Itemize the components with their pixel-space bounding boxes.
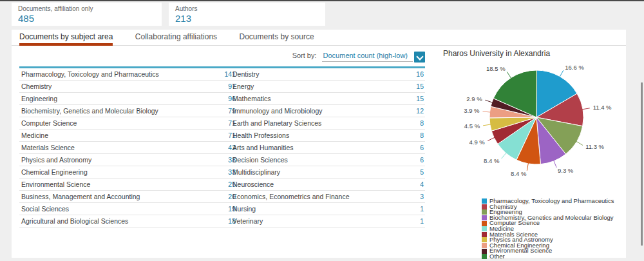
subject-name: Health Professions xyxy=(231,131,420,139)
legend-swatch xyxy=(482,198,487,204)
chevron-down-icon[interactable] xyxy=(414,52,425,63)
table-row: Nursing 1 xyxy=(231,203,425,215)
authors-summary-card: Authors 213 xyxy=(169,3,325,26)
authors-count-link[interactable]: 213 xyxy=(175,13,191,24)
subject-count-link[interactable]: 6 xyxy=(420,144,425,151)
legend-swatch xyxy=(482,254,487,259)
sort-select[interactable]: Document count (high-low) xyxy=(322,52,413,62)
subject-name: Arts and Humanities xyxy=(231,144,420,151)
subject-name: Medicine xyxy=(19,131,228,139)
subject-count-link[interactable]: 16 xyxy=(416,70,425,78)
table-row: Earth and Planetary Sciences 8 xyxy=(231,117,425,130)
legend-label: Other xyxy=(489,254,505,260)
pie-label-line xyxy=(582,108,590,110)
table-row: Business, Management and Accounting 20 xyxy=(19,191,237,203)
subject-count-link[interactable]: 8 xyxy=(420,119,425,127)
pie-percent-label: 18.5 % xyxy=(486,65,506,72)
subject-count-link[interactable]: 1 xyxy=(420,205,425,213)
tab-documents-by-subject-area[interactable]: Documents by subject area xyxy=(19,30,113,46)
table-row: Economics, Econometrics and Finance 3 xyxy=(231,191,425,203)
pie-label-line xyxy=(483,111,491,112)
vertical-scrollbar xyxy=(639,0,644,261)
sort-by-label: Sort by: xyxy=(292,52,317,59)
tab-documents-by-source[interactable]: Documents by source xyxy=(240,30,314,46)
subject-name: Chemical Engineering xyxy=(19,168,228,176)
table-row: Pharmacology, Toxicology and Pharmaceuti… xyxy=(19,68,237,81)
sort-control: Sort by:Document count (high-low) xyxy=(292,52,425,64)
subject-name: Energy xyxy=(231,82,416,90)
subject-count-link[interactable]: 4 xyxy=(420,180,425,188)
legend-swatch xyxy=(482,215,487,220)
pie-percent-label: 8.4 % xyxy=(484,157,500,164)
legend-swatch xyxy=(482,221,487,226)
pie-label-line xyxy=(483,124,491,126)
subject-name: Economics, Econometrics and Finance xyxy=(231,193,420,200)
subject-count-link[interactable]: 12 xyxy=(416,107,425,115)
subject-name: Physics and Astronomy xyxy=(19,156,228,164)
pie-percent-label: 11.3 % xyxy=(585,143,604,150)
chart-legend: Pharmacology, Toxicology and Pharmaceuti… xyxy=(482,198,614,260)
table-row: Immunology and Microbiology 12 xyxy=(231,105,425,117)
table-row: Medicine 71 xyxy=(19,130,237,142)
scrollbar-thumb[interactable] xyxy=(641,82,643,246)
table-row: Engineering 96 xyxy=(19,93,237,105)
authors-card-label: Authors xyxy=(175,5,319,12)
legend-swatch xyxy=(482,249,487,254)
pie-percent-label: 9.3 % xyxy=(558,167,574,174)
subject-table-right-column: Dentistry 16 Energy 15 Mathematics 15 Im… xyxy=(231,66,425,227)
documents-summary-card: Documents, affiliation only 485 xyxy=(12,3,162,26)
table-row: Agricultural and Biological Sciences 18 xyxy=(19,215,237,227)
pie-label-line xyxy=(560,70,564,77)
tab-collaborating-affiliations[interactable]: Collaborating affiliations xyxy=(135,30,217,46)
pie-percent-label: 4.5 % xyxy=(464,122,480,130)
legend-item: Other xyxy=(482,254,614,260)
subject-count-link[interactable]: 15 xyxy=(416,95,425,102)
subject-count-link[interactable]: 6 xyxy=(420,156,425,164)
subject-count-link[interactable]: 3 xyxy=(420,193,425,200)
chart-title: Pharos University in Alexandria xyxy=(431,46,625,58)
subject-count-link[interactable]: 1 xyxy=(420,217,425,225)
pie-percent-label: 2.9 % xyxy=(466,95,482,102)
table-row: Health Professions 8 xyxy=(231,130,425,142)
subject-name: Veterinary xyxy=(231,217,420,225)
subject-name: Computer Science xyxy=(19,119,228,127)
subject-name: Earth and Planetary Sciences xyxy=(231,119,420,127)
table-row: Energy 15 xyxy=(231,81,425,93)
pie-percent-label: 3.9 % xyxy=(464,107,480,114)
subject-name: Pharmacology, Toxicology and Pharmaceuti… xyxy=(19,70,224,78)
documents-count-link[interactable]: 485 xyxy=(18,13,34,24)
documents-card-label: Documents, affiliation only xyxy=(18,5,155,12)
legend-swatch xyxy=(482,204,487,209)
tab-bar: Documents by subject area Collaborating … xyxy=(12,30,626,46)
legend-swatch xyxy=(482,226,487,231)
subject-table-left-column: Pharmacology, Toxicology and Pharmaceuti… xyxy=(19,66,237,227)
subject-name: Mathematics xyxy=(231,95,416,102)
subject-name: Agricultural and Biological Sciences xyxy=(19,217,228,225)
subject-name: Multidisciplinary xyxy=(231,168,420,176)
subject-name: Engineering xyxy=(19,95,228,102)
subject-name: Neuroscience xyxy=(231,180,420,188)
subject-name: Materials Science xyxy=(19,144,228,151)
top-border xyxy=(0,0,644,1)
subject-name: Business, Management and Accounting xyxy=(19,193,228,200)
table-row: Materials Science 42 xyxy=(19,142,237,154)
pie-percent-label: 16.6 % xyxy=(565,64,584,71)
table-row: Veterinary 1 xyxy=(231,215,425,227)
table-row: Dentistry 16 xyxy=(231,68,425,81)
pie-percent-label: 11.4 % xyxy=(593,104,612,111)
table-row: Mathematics 15 xyxy=(231,93,425,105)
pie-label-line xyxy=(507,72,511,79)
table-row: Computer Science 71 xyxy=(19,117,237,130)
pie-label-line xyxy=(502,153,507,159)
pie-label-line xyxy=(527,163,528,171)
pie-label-line xyxy=(485,100,492,102)
pie-chart: 16.6 %11.4 %11.3 %9.3 %8.4 %8.4 %4.9 %4.… xyxy=(431,58,625,197)
main-panel: Documents by subject area Collaborating … xyxy=(12,30,626,258)
subject-count-link[interactable]: 15 xyxy=(416,82,425,90)
subject-count-link[interactable]: 5 xyxy=(420,168,425,176)
legend-swatch xyxy=(482,232,487,237)
pie-percent-label: 4.9 % xyxy=(469,139,486,146)
subject-name: Immunology and Microbiology xyxy=(231,107,416,115)
table-row: Arts and Humanities 6 xyxy=(231,142,425,154)
subject-count-link[interactable]: 8 xyxy=(420,131,425,139)
